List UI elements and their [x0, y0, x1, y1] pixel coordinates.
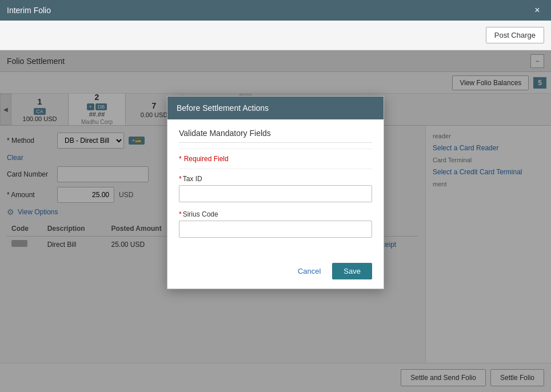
sirius-code-field: * Sirius Code — [179, 210, 372, 238]
content-area: Folio Settlement − View Folio Balances 5… — [0, 50, 551, 392]
tax-id-input[interactable] — [179, 185, 372, 202]
save-button[interactable]: Save — [332, 263, 372, 279]
modal-header-title: Before Settlement Actions — [177, 103, 269, 113]
close-button[interactable]: × — [530, 3, 544, 17]
modal-dialog: Before Settlement Actions Validate Manda… — [167, 96, 384, 289]
top-toolbar: Post Charge — [0, 21, 551, 50]
sirius-code-label-text: Sirius Code — [183, 210, 218, 218]
tax-id-label: * Tax ID — [179, 175, 372, 183]
main-window: Interim Folio × Post Charge Folio Settle… — [0, 0, 551, 392]
tax-id-required-star: * — [179, 175, 182, 183]
tax-id-label-text: Tax ID — [183, 175, 202, 183]
tax-id-field: * Tax ID — [179, 175, 372, 202]
modal-divider-2 — [179, 169, 372, 169]
post-charge-button[interactable]: Post Charge — [486, 27, 544, 43]
required-field-text: Required Field — [184, 155, 229, 163]
modal-divider — [179, 149, 372, 149]
title-bar: Interim Folio × — [0, 0, 551, 21]
sirius-code-input[interactable] — [179, 221, 372, 238]
modal-required-label: * Required Field — [179, 155, 372, 163]
window-title: Interim Folio — [7, 6, 51, 15]
modal-header: Before Settlement Actions — [167, 97, 384, 119]
modal-footer: Cancel Save — [167, 257, 384, 289]
sirius-code-label: * Sirius Code — [179, 210, 372, 218]
cancel-button[interactable]: Cancel — [291, 263, 328, 279]
modal-body: Validate Mandatory Fields * Required Fie… — [167, 119, 384, 257]
sirius-code-required-star: * — [179, 210, 182, 218]
modal-overlay: Before Settlement Actions Validate Manda… — [0, 50, 551, 392]
modal-section-title: Validate Mandatory Fields — [179, 129, 372, 143]
